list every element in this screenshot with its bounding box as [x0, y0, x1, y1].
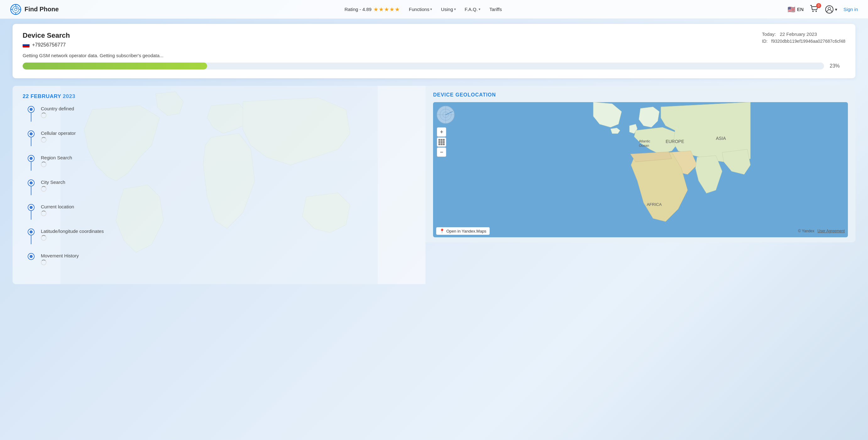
nav-tariffs[interactable]: Tariffs — [489, 7, 502, 12]
timeline-line — [31, 162, 31, 171]
user-icon — [825, 5, 834, 14]
zoom-in-button[interactable]: + — [437, 127, 446, 137]
status-text: Getting GSM network operator data. Getti… — [23, 53, 845, 58]
svg-point-2 — [14, 8, 17, 11]
id-label: ID: — [762, 39, 768, 44]
card-title: Device Search — [23, 31, 70, 40]
bottom-section: 22 FEBRUARY 2023 Country definedCellular… — [12, 86, 856, 284]
progress-percent: 23% — [830, 63, 845, 69]
svg-text:EUROPE: EUROPE — [665, 139, 684, 144]
timeline-item: Cellular operator — [28, 130, 415, 146]
timeline-line — [31, 137, 31, 146]
timeline-content: Country defined — [41, 106, 415, 119]
timeline-connector — [28, 106, 35, 122]
timeline-dot — [28, 204, 35, 211]
yandex-link-text: Open in Yandex.Maps — [446, 229, 486, 233]
language-selector[interactable]: 🇺🇸 EN — [787, 6, 804, 13]
spinner-icon — [41, 260, 46, 265]
timeline-line — [31, 186, 31, 195]
svg-text:AFRICA: AFRICA — [647, 202, 662, 207]
left-panel-inner: 22 FEBRUARY 2023 Country definedCellular… — [12, 86, 426, 284]
logo-icon — [10, 4, 21, 15]
pin-icon: 📍 — [439, 228, 445, 233]
flag-russia — [23, 43, 30, 48]
timeline-dot — [28, 253, 35, 260]
timeline-content: Cellular operator — [41, 130, 415, 144]
card-right: Today: 22 February 2023 ID: f9320dbb119e… — [762, 31, 845, 44]
device-search-card: Device Search +79256756777 Today: 22 Feb… — [12, 24, 856, 78]
card-top: Device Search +79256756777 Today: 22 Feb… — [23, 31, 845, 48]
map-container: Atlantic Ocean EUROPE ASIA AFRICA — [433, 102, 848, 237]
rating-label: Rating - 4.89 — [344, 7, 371, 12]
timeline-label: Current location — [41, 204, 415, 209]
user-menu-button[interactable]: ▾ — [825, 5, 837, 14]
header: Find Phone Rating - 4.89 ★★★★★ Functions… — [0, 0, 868, 19]
spinner-icon — [41, 186, 46, 192]
timeline-content: Latitude/longitude coordinates — [41, 228, 415, 242]
timeline-content: Region Search — [41, 155, 415, 168]
map-svg: Atlantic Ocean EUROPE ASIA AFRICA — [433, 102, 848, 237]
timeline-label: Cellular operator — [41, 130, 415, 136]
timeline-connector — [28, 228, 35, 244]
svg-text:ASIA: ASIA — [716, 136, 726, 141]
cart-button[interactable]: 0 — [810, 5, 819, 14]
right-panel: DEVICE GEOLOCATION — [426, 86, 856, 284]
card-left: Device Search +79256756777 — [23, 31, 70, 48]
timeline-connector — [28, 204, 35, 220]
timeline-content: Current location — [41, 204, 415, 218]
timeline-dot — [28, 228, 35, 235]
svg-text:Atlantic: Atlantic — [639, 139, 651, 143]
spinner-icon — [41, 113, 46, 118]
spinner-icon — [41, 161, 46, 167]
main-content: Device Search +79256756777 Today: 22 Feb… — [0, 19, 868, 293]
nav-functions[interactable]: Functions — [409, 7, 432, 12]
timeline-item: Movement History — [28, 253, 415, 266]
left-panel: 22 FEBRUARY 2023 Country definedCellular… — [12, 86, 426, 284]
timeline-item: Current location — [28, 204, 415, 220]
timeline-connector — [28, 253, 35, 260]
timeline-line — [31, 211, 31, 220]
id-row: ID: f9320dbb119ef19946aa027687c6cf48 — [762, 39, 845, 44]
svg-text:Ocean: Ocean — [639, 144, 649, 148]
timeline-dot — [28, 155, 35, 162]
timeline: Country definedCellular operatorRegion S… — [23, 106, 415, 266]
timeline-content: Movement History — [41, 253, 415, 266]
spinner-icon — [41, 235, 46, 241]
logo[interactable]: Find Phone — [10, 4, 59, 15]
timeline-line — [31, 113, 31, 122]
timeline-connector — [28, 180, 35, 195]
map-controls: + − — [437, 127, 446, 157]
today-label: Today: — [762, 31, 776, 37]
spinner-icon — [41, 137, 46, 143]
user-agreement-link[interactable]: User Agreement — [817, 229, 845, 233]
timeline-dot — [28, 130, 35, 137]
timeline-content: City Search — [41, 180, 415, 193]
timeline-label: Movement History — [41, 253, 415, 258]
stars: ★★★★★ — [373, 6, 400, 13]
spinner-icon — [41, 211, 46, 216]
sign-in-button[interactable]: Sign in — [843, 7, 858, 12]
zoom-out-button[interactable]: − — [437, 148, 446, 157]
id-value: f9320dbb119ef19946aa027687c6cf48 — [771, 39, 845, 44]
timeline-connector — [28, 130, 35, 146]
nav: Rating - 4.89 ★★★★★ Functions Using F.A.… — [344, 6, 502, 13]
yandex-maps-link[interactable]: 📍 Open in Yandex.Maps — [436, 227, 489, 235]
map-copyright: © Yandex User Agreement — [798, 229, 845, 233]
cart-badge: 0 — [816, 3, 821, 8]
nav-faq[interactable]: F.A.Q. — [465, 7, 481, 12]
search-date: 22 February 2023 — [780, 31, 817, 37]
nav-using[interactable]: Using — [441, 7, 456, 12]
rating-area: Rating - 4.89 ★★★★★ — [344, 6, 400, 13]
phone-row: +79256756777 — [23, 42, 70, 48]
map-grid-button[interactable] — [437, 137, 446, 147]
right-panel-inner: DEVICE GEOLOCATION — [426, 86, 856, 242]
lang-label: EN — [797, 7, 804, 12]
geolocation-title: DEVICE GEOLOCATION — [433, 92, 848, 98]
timeline-label: Country defined — [41, 106, 415, 111]
timeline-item: City Search — [28, 180, 415, 195]
svg-point-11 — [828, 7, 831, 10]
radar-svg — [436, 105, 455, 124]
timeline-dot — [28, 180, 35, 186]
timeline-line — [31, 235, 31, 244]
progress-bar-fill — [23, 63, 207, 69]
